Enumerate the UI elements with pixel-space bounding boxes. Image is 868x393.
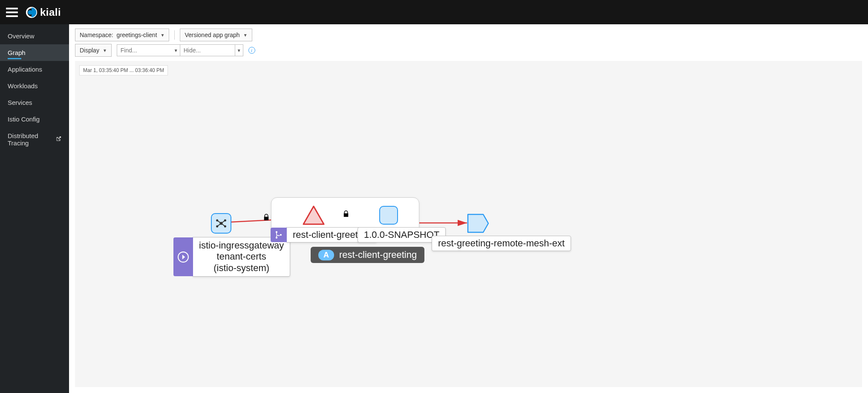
svg-line-11	[221, 220, 225, 223]
mesh-icon	[215, 217, 227, 229]
svg-line-10	[217, 220, 221, 223]
service-triangle-icon	[301, 205, 326, 227]
service-entry-icon	[467, 214, 489, 233]
info-icon[interactable]: i	[248, 47, 255, 54]
chevron-down-icon: ▼	[161, 33, 165, 38]
find-input[interactable]	[117, 44, 172, 56]
logo-text: kiali	[40, 6, 61, 18]
svg-line-13	[221, 223, 225, 226]
app-name: rest-client-greeting	[339, 249, 417, 260]
sidebar-item-services[interactable]: Services	[0, 94, 69, 111]
svg-line-12	[217, 223, 221, 226]
lock-icon	[342, 210, 350, 220]
main-content: Namespace: greetings-client ▼ Versioned …	[69, 24, 868, 393]
separator	[174, 30, 175, 40]
lock-icon	[262, 214, 270, 223]
sidebar-item-overview[interactable]: Overview	[0, 28, 69, 44]
find-dropdown-caret[interactable]: ▼	[172, 44, 180, 56]
svg-marker-19	[468, 214, 488, 232]
sidebar: Overview Graph Applications Workloads Se…	[0, 24, 69, 393]
node-ingress-label[interactable]: istio-ingressgateway tenant-certs (istio…	[193, 237, 290, 277]
svg-marker-15	[303, 206, 324, 224]
menu-toggle-button[interactable]	[6, 8, 18, 17]
kiali-logo-icon	[26, 6, 37, 18]
ingress-line2: tenant-certs	[199, 251, 284, 262]
topbar: kiali	[0, 0, 868, 24]
app-badge: A	[318, 250, 334, 260]
sidebar-item-graph[interactable]: Graph	[0, 44, 69, 61]
node-service[interactable]	[301, 205, 326, 228]
sidebar-item-distributed-tracing[interactable]: Distributed Tracing	[0, 127, 69, 151]
sidebar-item-workloads[interactable]: Workloads	[0, 78, 69, 94]
display-dropdown[interactable]: Display ▼	[75, 44, 112, 57]
hide-dropdown-caret[interactable]: ▼	[235, 44, 243, 56]
ingress-line3: (istio-system)	[199, 263, 284, 274]
app-group-caption[interactable]: A rest-client-greeting	[311, 247, 424, 263]
sidebar-item-applications[interactable]: Applications	[0, 61, 69, 78]
namespace-dropdown[interactable]: Namespace: greetings-client ▼	[75, 29, 169, 41]
logo[interactable]: kiali	[26, 6, 61, 18]
virtual-service-badge-icon	[271, 228, 287, 242]
chevron-down-icon: ▼	[103, 48, 107, 53]
svg-point-1	[28, 10, 32, 14]
sidebar-item-istio-config[interactable]: Istio Config	[0, 111, 69, 127]
graph-type-dropdown[interactable]: Versioned app graph ▼	[180, 29, 252, 41]
svg-point-17	[276, 237, 277, 239]
graph-canvas[interactable]: Mar 1, 03:35:40 PM ... 03:36:40 PM	[75, 61, 862, 387]
display-label: Display	[80, 47, 99, 54]
namespace-label: Namespace:	[80, 32, 113, 38]
hide-input[interactable]	[180, 44, 235, 56]
external-label-text: rest-greeting-remote-mesh-ext	[438, 238, 565, 249]
svg-point-18	[280, 234, 282, 236]
external-link-icon	[55, 136, 61, 143]
chevron-down-icon: ▼	[243, 33, 248, 38]
workload-label-text: 1.0.0-SNAPSHOT	[364, 229, 439, 240]
node-ingress-gateway[interactable]	[211, 213, 231, 234]
gateway-badge-icon	[173, 237, 193, 276]
node-workload[interactable]	[379, 206, 398, 225]
node-external-label[interactable]: rest-greeting-remote-mesh-ext	[432, 236, 571, 251]
svg-point-16	[276, 231, 277, 233]
node-external-service[interactable]	[467, 214, 489, 235]
toolbar: Namespace: greetings-client ▼ Versioned …	[69, 24, 868, 57]
graph-type-value: Versioned app graph	[185, 32, 239, 38]
namespace-value: greetings-client	[117, 32, 157, 38]
